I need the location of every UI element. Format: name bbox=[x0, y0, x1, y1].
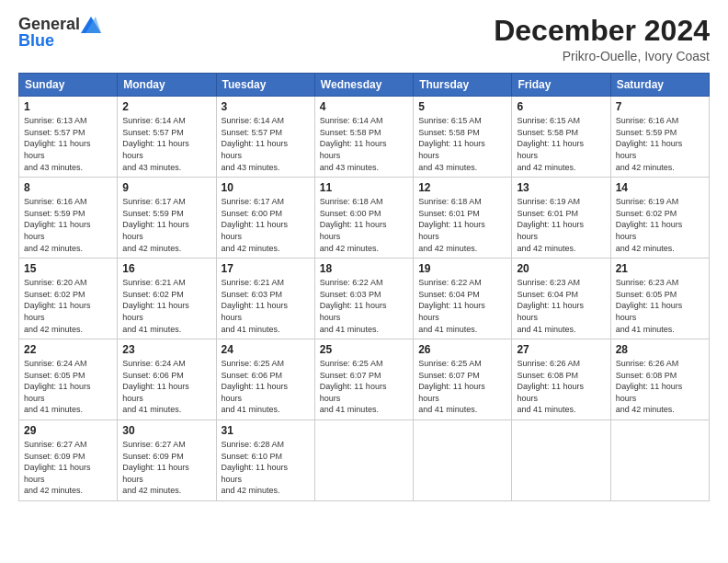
calendar-header-row: Sunday Monday Tuesday Wednesday Thursday… bbox=[19, 74, 710, 97]
day-number: 30 bbox=[122, 424, 210, 437]
day-info: Sunrise: 6:15 AMSunset: 5:58 PMDaylight:… bbox=[418, 115, 506, 173]
day-info: Sunrise: 6:17 AMSunset: 6:00 PMDaylight:… bbox=[222, 196, 310, 254]
table-row: 10 Sunrise: 6:17 AMSunset: 6:00 PMDaylig… bbox=[216, 178, 314, 259]
col-sunday: Sunday bbox=[19, 74, 118, 97]
table-row: 18 Sunrise: 6:22 AMSunset: 6:03 PMDaylig… bbox=[314, 259, 413, 339]
day-info: Sunrise: 6:18 AMSunset: 6:00 PMDaylight:… bbox=[320, 196, 408, 254]
day-info: Sunrise: 6:23 AMSunset: 6:04 PMDaylight:… bbox=[517, 277, 605, 335]
day-number: 16 bbox=[122, 262, 210, 275]
day-number: 9 bbox=[122, 181, 210, 194]
day-info: Sunrise: 6:16 AMSunset: 5:59 PMDaylight:… bbox=[24, 196, 112, 254]
table-row: 30 Sunrise: 6:27 AMSunset: 6:09 PMDaylig… bbox=[118, 420, 216, 501]
day-info: Sunrise: 6:27 AMSunset: 6:09 PMDaylight:… bbox=[24, 439, 112, 497]
table-row: 13 Sunrise: 6:19 AMSunset: 6:01 PMDaylig… bbox=[512, 178, 610, 259]
table-row: 20 Sunrise: 6:23 AMSunset: 6:04 PMDaylig… bbox=[512, 259, 610, 339]
table-row: 26 Sunrise: 6:25 AMSunset: 6:07 PMDaylig… bbox=[414, 339, 512, 420]
day-number: 21 bbox=[616, 262, 704, 275]
day-number: 26 bbox=[418, 343, 506, 356]
table-row bbox=[512, 420, 610, 501]
day-number: 8 bbox=[24, 181, 112, 194]
day-info: Sunrise: 6:25 AMSunset: 6:07 PMDaylight:… bbox=[320, 358, 408, 416]
day-info: Sunrise: 6:21 AMSunset: 6:03 PMDaylight:… bbox=[222, 277, 310, 335]
day-number: 23 bbox=[122, 343, 210, 356]
day-info: Sunrise: 6:24 AMSunset: 6:06 PMDaylight:… bbox=[122, 358, 210, 416]
table-row: 19 Sunrise: 6:22 AMSunset: 6:04 PMDaylig… bbox=[414, 259, 512, 339]
table-row: 3 Sunrise: 6:14 AMSunset: 5:57 PMDayligh… bbox=[216, 97, 314, 178]
day-number: 11 bbox=[320, 181, 408, 194]
day-number: 27 bbox=[517, 343, 605, 356]
day-number: 24 bbox=[222, 343, 310, 356]
table-row: 9 Sunrise: 6:17 AMSunset: 5:59 PMDayligh… bbox=[118, 178, 216, 259]
day-number: 28 bbox=[616, 343, 704, 356]
day-number: 3 bbox=[222, 100, 310, 113]
table-row: 22 Sunrise: 6:24 AMSunset: 6:05 PMDaylig… bbox=[19, 339, 118, 420]
col-friday: Friday bbox=[512, 74, 610, 97]
day-info: Sunrise: 6:25 AMSunset: 6:07 PMDaylight:… bbox=[418, 358, 506, 416]
col-saturday: Saturday bbox=[610, 74, 709, 97]
calendar-table: Sunday Monday Tuesday Wednesday Thursday… bbox=[18, 73, 710, 501]
table-row bbox=[414, 420, 512, 501]
day-info: Sunrise: 6:14 AMSunset: 5:58 PMDaylight:… bbox=[320, 115, 408, 173]
day-info: Sunrise: 6:25 AMSunset: 6:06 PMDaylight:… bbox=[222, 358, 310, 416]
month-title: December 2024 bbox=[494, 15, 710, 47]
header: General Blue December 2024 Prikro-Ouelle… bbox=[18, 15, 710, 63]
col-monday: Monday bbox=[118, 74, 216, 97]
col-tuesday: Tuesday bbox=[216, 74, 314, 97]
table-row: 28 Sunrise: 6:26 AMSunset: 6:08 PMDaylig… bbox=[610, 339, 709, 420]
table-row: 16 Sunrise: 6:21 AMSunset: 6:02 PMDaylig… bbox=[118, 259, 216, 339]
day-number: 12 bbox=[418, 181, 506, 194]
day-info: Sunrise: 6:28 AMSunset: 6:10 PMDaylight:… bbox=[222, 439, 310, 497]
table-row: 5 Sunrise: 6:15 AMSunset: 5:58 PMDayligh… bbox=[414, 97, 512, 178]
location: Prikro-Ouelle, Ivory Coast bbox=[494, 49, 710, 63]
title-block: December 2024 Prikro-Ouelle, Ivory Coast bbox=[494, 15, 710, 63]
day-info: Sunrise: 6:27 AMSunset: 6:09 PMDaylight:… bbox=[122, 439, 210, 497]
table-row: 1 Sunrise: 6:13 AMSunset: 5:57 PMDayligh… bbox=[19, 97, 118, 178]
table-row: 25 Sunrise: 6:25 AMSunset: 6:07 PMDaylig… bbox=[314, 339, 413, 420]
calendar-week-row: 1 Sunrise: 6:13 AMSunset: 5:57 PMDayligh… bbox=[19, 97, 710, 178]
table-row: 12 Sunrise: 6:18 AMSunset: 6:01 PMDaylig… bbox=[414, 178, 512, 259]
table-row: 23 Sunrise: 6:24 AMSunset: 6:06 PMDaylig… bbox=[118, 339, 216, 420]
logo: General Blue bbox=[18, 15, 101, 51]
day-number: 14 bbox=[616, 181, 704, 194]
day-info: Sunrise: 6:19 AMSunset: 6:01 PMDaylight:… bbox=[517, 196, 605, 254]
calendar-week-row: 15 Sunrise: 6:20 AMSunset: 6:02 PMDaylig… bbox=[19, 259, 710, 339]
day-number: 13 bbox=[517, 181, 605, 194]
day-number: 4 bbox=[320, 100, 408, 113]
day-number: 2 bbox=[122, 100, 210, 113]
logo-blue: Blue bbox=[18, 31, 54, 51]
day-number: 19 bbox=[418, 262, 506, 275]
col-wednesday: Wednesday bbox=[314, 74, 413, 97]
day-number: 17 bbox=[222, 262, 310, 275]
table-row: 7 Sunrise: 6:16 AMSunset: 5:59 PMDayligh… bbox=[610, 97, 709, 178]
day-number: 20 bbox=[517, 262, 605, 275]
day-info: Sunrise: 6:22 AMSunset: 6:03 PMDaylight:… bbox=[320, 277, 408, 335]
table-row: 11 Sunrise: 6:18 AMSunset: 6:00 PMDaylig… bbox=[314, 178, 413, 259]
day-number: 18 bbox=[320, 262, 408, 275]
day-info: Sunrise: 6:20 AMSunset: 6:02 PMDaylight:… bbox=[24, 277, 112, 335]
day-number: 7 bbox=[616, 100, 704, 113]
table-row: 8 Sunrise: 6:16 AMSunset: 5:59 PMDayligh… bbox=[19, 178, 118, 259]
table-row: 6 Sunrise: 6:15 AMSunset: 5:58 PMDayligh… bbox=[512, 97, 610, 178]
calendar-week-row: 29 Sunrise: 6:27 AMSunset: 6:09 PMDaylig… bbox=[19, 420, 710, 501]
table-row: 4 Sunrise: 6:14 AMSunset: 5:58 PMDayligh… bbox=[314, 97, 413, 178]
logo-icon bbox=[81, 17, 101, 33]
day-number: 15 bbox=[24, 262, 112, 275]
calendar-week-row: 8 Sunrise: 6:16 AMSunset: 5:59 PMDayligh… bbox=[19, 178, 710, 259]
day-number: 1 bbox=[24, 100, 112, 113]
table-row: 14 Sunrise: 6:19 AMSunset: 6:02 PMDaylig… bbox=[610, 178, 709, 259]
day-number: 31 bbox=[222, 424, 310, 437]
table-row bbox=[610, 420, 709, 501]
day-info: Sunrise: 6:21 AMSunset: 6:02 PMDaylight:… bbox=[122, 277, 210, 335]
table-row: 31 Sunrise: 6:28 AMSunset: 6:10 PMDaylig… bbox=[216, 420, 314, 501]
day-info: Sunrise: 6:23 AMSunset: 6:05 PMDaylight:… bbox=[616, 277, 704, 335]
day-info: Sunrise: 6:24 AMSunset: 6:05 PMDaylight:… bbox=[24, 358, 112, 416]
day-info: Sunrise: 6:14 AMSunset: 5:57 PMDaylight:… bbox=[222, 115, 310, 173]
table-row: 24 Sunrise: 6:25 AMSunset: 6:06 PMDaylig… bbox=[216, 339, 314, 420]
day-number: 10 bbox=[222, 181, 310, 194]
day-info: Sunrise: 6:22 AMSunset: 6:04 PMDaylight:… bbox=[418, 277, 506, 335]
table-row: 15 Sunrise: 6:20 AMSunset: 6:02 PMDaylig… bbox=[19, 259, 118, 339]
day-info: Sunrise: 6:19 AMSunset: 6:02 PMDaylight:… bbox=[616, 196, 704, 254]
day-info: Sunrise: 6:18 AMSunset: 6:01 PMDaylight:… bbox=[418, 196, 506, 254]
day-info: Sunrise: 6:15 AMSunset: 5:58 PMDaylight:… bbox=[517, 115, 605, 173]
day-info: Sunrise: 6:26 AMSunset: 6:08 PMDaylight:… bbox=[517, 358, 605, 416]
